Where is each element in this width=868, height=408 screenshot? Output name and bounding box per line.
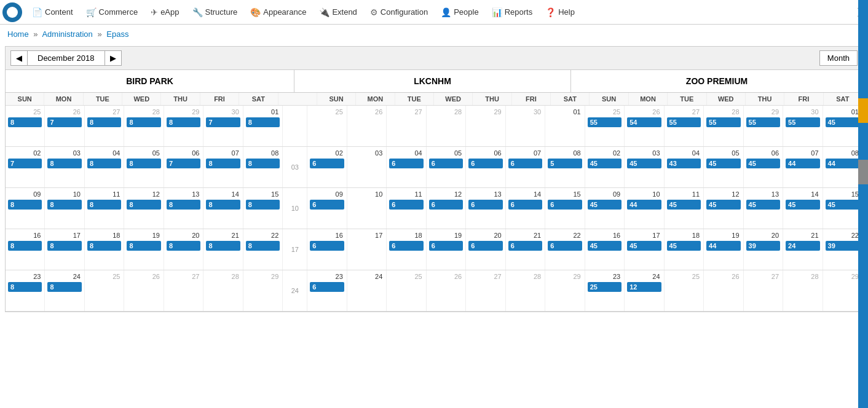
- event-badge[interactable]: 6: [508, 241, 542, 251]
- bp-cell-w1-d4[interactable]: 067: [164, 147, 203, 187]
- zp-cell-w3-d0[interactable]: 1645: [585, 229, 625, 270]
- zp-cell-w3-d2[interactable]: 1845: [665, 229, 704, 270]
- lk-cell-w0-d2[interactable]: 27: [387, 106, 426, 146]
- event-badge[interactable]: 8: [127, 117, 160, 127]
- event-badge[interactable]: 45: [746, 200, 780, 210]
- event-badge[interactable]: 8: [167, 200, 200, 210]
- bp-cell-w3-d2[interactable]: 188: [85, 229, 124, 270]
- bp-cell-w4-d4[interactable]: 27: [164, 270, 203, 311]
- bp-cell-w3-d4[interactable]: 208: [164, 229, 203, 270]
- event-badge[interactable]: 6: [389, 241, 423, 251]
- lk-cell-w4-d0[interactable]: 236: [307, 270, 347, 311]
- event-badge[interactable]: 8: [206, 241, 240, 251]
- zp-cell-w1-d0[interactable]: 0245: [585, 147, 625, 187]
- event-badge[interactable]: 8: [246, 200, 280, 210]
- event-badge[interactable]: 45: [667, 200, 701, 210]
- zp-cell-w1-d6[interactable]: 0844: [823, 147, 862, 187]
- next-month-button[interactable]: ▶: [105, 50, 122, 66]
- event-badge[interactable]: 44: [706, 241, 740, 251]
- event-badge[interactable]: 8: [246, 159, 280, 168]
- zp-cell-w2-d5[interactable]: 1445: [783, 188, 823, 229]
- zp-cell-w1-d5[interactable]: 0744: [783, 147, 823, 187]
- lk-cell-w1-d1[interactable]: 03: [347, 147, 387, 187]
- bp-cell-w2-d3[interactable]: 128: [124, 188, 164, 229]
- event-badge[interactable]: 8: [246, 117, 280, 127]
- bp-cell-w0-d4[interactable]: 298: [164, 106, 203, 146]
- event-badge[interactable]: 45: [588, 200, 621, 210]
- lk-cell-w3-d3[interactable]: 196: [427, 229, 466, 270]
- event-badge[interactable]: 44: [826, 159, 860, 168]
- event-badge[interactable]: 45: [826, 200, 860, 210]
- nav-extend[interactable]: 🔌 Extend: [313, 0, 363, 24]
- lk-cell-w3-d1[interactable]: 17: [347, 229, 387, 270]
- zp-cell-w2-d0[interactable]: 0945: [585, 188, 625, 229]
- event-badge[interactable]: 8: [8, 117, 42, 127]
- bp-cell-w4-d2[interactable]: 25: [85, 270, 124, 311]
- event-badge[interactable]: 45: [627, 159, 661, 168]
- zp-cell-w1-d3[interactable]: 0545: [704, 147, 743, 187]
- event-badge[interactable]: 45: [786, 200, 819, 210]
- event-badge[interactable]: 8: [87, 117, 121, 127]
- zp-cell-w0-d0[interactable]: 2555: [585, 106, 625, 146]
- nav-reports[interactable]: 📊 Reports: [486, 0, 540, 24]
- event-badge[interactable]: 7: [206, 117, 240, 127]
- event-badge[interactable]: 7: [8, 159, 42, 168]
- bp-cell-w0-d3[interactable]: 288: [124, 106, 164, 146]
- event-badge[interactable]: 45: [588, 241, 621, 251]
- event-badge[interactable]: 8: [47, 159, 81, 168]
- breadcrumb-admin[interactable]: Administration: [42, 29, 92, 39]
- event-badge[interactable]: 7: [167, 159, 200, 168]
- zp-cell-w2-d4[interactable]: 1345: [744, 188, 783, 229]
- zp-cell-w3-d6[interactable]: 2239: [823, 229, 862, 270]
- bp-cell-w0-d5[interactable]: 307: [203, 106, 243, 146]
- nav-content[interactable]: 📄 Content: [26, 0, 80, 24]
- bp-cell-w1-d6[interactable]: 088: [243, 147, 283, 187]
- bp-cell-w4-d5[interactable]: 28: [203, 270, 243, 311]
- lk-cell-w0-d3[interactable]: 28: [427, 106, 466, 146]
- event-badge[interactable]: 12: [627, 282, 661, 292]
- event-badge[interactable]: 8: [127, 159, 160, 168]
- zp-cell-w3-d4[interactable]: 2039: [744, 229, 783, 270]
- event-badge[interactable]: 8: [8, 200, 42, 210]
- event-badge[interactable]: 24: [786, 241, 819, 251]
- event-badge[interactable]: 8: [47, 241, 81, 251]
- nav-structure[interactable]: 🔧 Structure: [186, 0, 245, 24]
- zp-cell-w4-d1[interactable]: 2412: [625, 270, 664, 311]
- event-badge[interactable]: 8: [206, 159, 240, 168]
- bp-cell-w2-d4[interactable]: 138: [164, 188, 203, 229]
- event-badge[interactable]: 6: [310, 282, 344, 292]
- zp-cell-w0-d1[interactable]: 2654: [625, 106, 664, 146]
- zp-cell-w2-d6[interactable]: 1545: [823, 188, 862, 229]
- bp-cell-w1-d2[interactable]: 048: [85, 147, 124, 187]
- event-badge[interactable]: 6: [508, 200, 542, 210]
- zp-cell-w4-d3[interactable]: 26: [704, 270, 743, 311]
- lk-cell-w0-d6[interactable]: 01: [545, 106, 585, 146]
- lk-cell-w2-d1[interactable]: 10: [347, 188, 387, 229]
- lk-cell-w3-d2[interactable]: 186: [387, 229, 426, 270]
- bp-cell-w4-d0[interactable]: 238: [6, 270, 45, 311]
- zp-cell-w4-d5[interactable]: 28: [783, 270, 823, 311]
- zp-cell-w3-d5[interactable]: 2124: [783, 229, 823, 270]
- nav-commerce[interactable]: 🛒 Commerce: [80, 0, 145, 24]
- event-badge[interactable]: 45: [588, 159, 621, 168]
- zp-cell-w3-d1[interactable]: 1745: [625, 229, 664, 270]
- event-badge[interactable]: 8: [8, 282, 42, 292]
- zp-cell-w1-d2[interactable]: 0443: [665, 147, 704, 187]
- month-view-button[interactable]: Month: [819, 50, 858, 66]
- event-badge[interactable]: 55: [588, 117, 621, 127]
- lk-cell-w4-d6[interactable]: 29: [545, 270, 585, 311]
- event-badge[interactable]: 8: [87, 241, 121, 251]
- event-badge[interactable]: 45: [706, 159, 740, 168]
- event-badge[interactable]: 55: [667, 117, 701, 127]
- bp-cell-w0-d6[interactable]: 018: [243, 106, 283, 146]
- bp-cell-w2-d5[interactable]: 148: [203, 188, 243, 229]
- zp-cell-w4-d6[interactable]: 29: [823, 270, 862, 311]
- bp-cell-w2-d2[interactable]: 118: [85, 188, 124, 229]
- lk-cell-w1-d4[interactable]: 066: [466, 147, 505, 187]
- event-badge[interactable]: 6: [310, 200, 344, 210]
- nav-help[interactable]: ❓ Help: [539, 0, 582, 24]
- event-badge[interactable]: 55: [746, 117, 780, 127]
- event-badge[interactable]: 39: [746, 241, 780, 251]
- bp-cell-w1-d0[interactable]: 027: [6, 147, 45, 187]
- event-badge[interactable]: 6: [468, 241, 502, 251]
